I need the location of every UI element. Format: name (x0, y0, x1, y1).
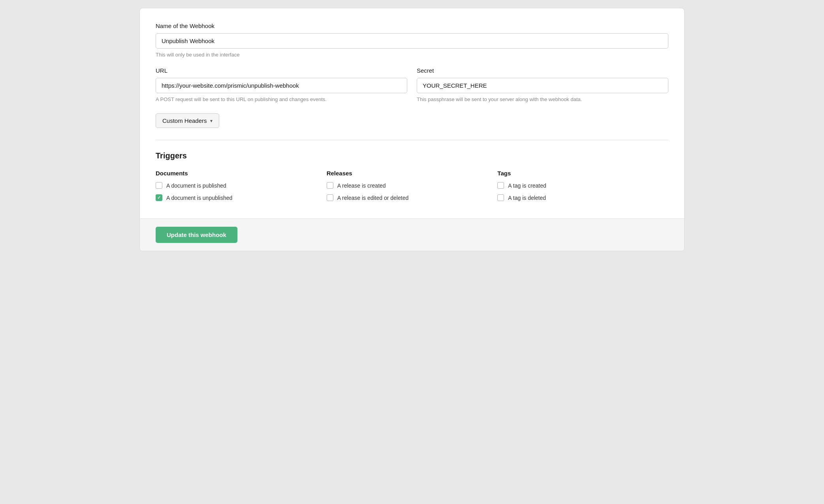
card-footer: Update this webhook (140, 218, 684, 251)
tag-deleted-label[interactable]: A tag is deleted (508, 195, 546, 201)
url-secret-row: URL A POST request will be sent to this … (156, 67, 668, 102)
name-label: Name of the Webhook (156, 23, 668, 29)
update-webhook-button[interactable]: Update this webhook (156, 227, 237, 243)
secret-label: Secret (417, 67, 668, 74)
doc-published-label[interactable]: A document is published (166, 182, 226, 189)
triggers-title: Triggers (156, 151, 668, 160)
url-input[interactable] (156, 78, 407, 93)
name-field-group: Name of the Webhook This will only be us… (156, 23, 668, 58)
doc-unpublished-label[interactable]: A document is unpublished (166, 195, 232, 201)
releases-column: Releases A release is created A (327, 170, 498, 207)
releases-title: Releases (327, 170, 498, 177)
url-field-group: URL A POST request will be sent to this … (156, 67, 407, 102)
custom-headers-label: Custom Headers (162, 117, 207, 124)
triggers-grid: Documents A document is published (156, 170, 668, 207)
url-label: URL (156, 67, 407, 74)
secret-helper-text: This passphrase will be sent to your ser… (417, 96, 668, 102)
doc-unpublished-checkbox-wrap[interactable] (156, 194, 162, 201)
card-body: Name of the Webhook This will only be us… (140, 8, 684, 218)
rel-created-checkbox-wrap[interactable] (327, 182, 333, 189)
doc-published-checkbox-wrap[interactable] (156, 182, 162, 189)
url-helper-text: A POST request will be sent to this URL … (156, 96, 407, 102)
chevron-down-icon: ▾ (210, 118, 213, 124)
section-divider (156, 140, 668, 140)
secret-field-group: Secret This passphrase will be sent to y… (417, 67, 668, 102)
tag-created-label[interactable]: A tag is created (508, 182, 546, 189)
documents-title: Documents (156, 170, 327, 177)
trigger-tag-created: A tag is created (497, 182, 668, 189)
tag-created-checkbox-wrap[interactable] (497, 182, 504, 189)
trigger-tag-deleted: A tag is deleted (497, 194, 668, 201)
trigger-doc-unpublished: A document is unpublished (156, 194, 327, 201)
documents-column: Documents A document is published (156, 170, 327, 207)
triggers-section: Triggers Documents A document is publish… (156, 151, 668, 207)
tags-title: Tags (497, 170, 668, 177)
rel-created-label[interactable]: A release is created (337, 182, 386, 189)
secret-input[interactable] (417, 78, 668, 93)
trigger-doc-published: A document is published (156, 182, 327, 189)
trigger-rel-edited: A release is edited or deleted (327, 194, 498, 201)
webhook-form-card: Name of the Webhook This will only be us… (139, 8, 685, 251)
tag-deleted-checkbox-wrap[interactable] (497, 194, 504, 201)
custom-headers-button[interactable]: Custom Headers ▾ (156, 113, 219, 128)
name-helper-text: This will only be used in the interface (156, 52, 668, 58)
trigger-rel-created: A release is created (327, 182, 498, 189)
rel-edited-label[interactable]: A release is edited or deleted (337, 195, 409, 201)
webhook-name-input[interactable] (156, 33, 668, 49)
tags-column: Tags A tag is created A tag is (497, 170, 668, 207)
rel-edited-checkbox-wrap[interactable] (327, 194, 333, 201)
